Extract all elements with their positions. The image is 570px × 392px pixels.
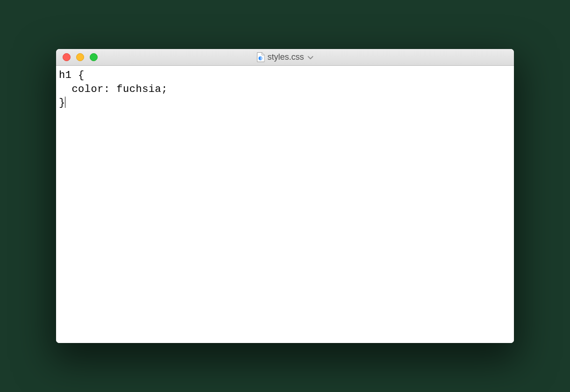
chevron-down-icon[interactable] <box>308 52 314 62</box>
title-group[interactable]: styles.css <box>256 52 313 62</box>
css-file-icon <box>256 52 264 62</box>
code-line: color: fuchsia; <box>59 84 168 95</box>
text-cursor <box>65 97 66 108</box>
text-editor-area[interactable]: h1 { color: fuchsia; } <box>56 66 514 343</box>
zoom-button[interactable] <box>90 53 98 61</box>
traffic-lights <box>63 53 98 61</box>
editor-window: styles.css h1 { color: fuchsia; } <box>56 49 514 343</box>
editor-content[interactable]: h1 { color: fuchsia; } <box>59 69 511 110</box>
window-titlebar[interactable]: styles.css <box>56 49 514 66</box>
code-line: h1 { <box>59 70 85 81</box>
code-line: } <box>59 97 65 109</box>
close-button[interactable] <box>63 53 71 61</box>
minimize-button[interactable] <box>76 53 84 61</box>
window-title: styles.css <box>267 52 304 62</box>
